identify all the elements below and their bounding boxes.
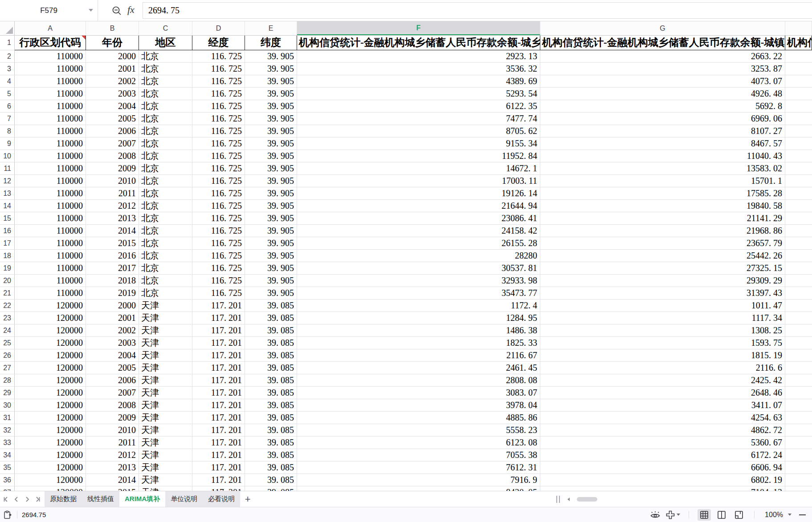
cell-deposit-urban[interactable]: 1011. 47 [540,299,785,312]
cell-deposit-urban[interactable]: 17585. 28 [540,187,785,200]
cell-region[interactable]: 天津 [139,474,192,486]
cell-h[interactable] [785,312,812,324]
cell-region-code[interactable]: 120000 [15,362,86,374]
cell-region-code[interactable]: 120000 [15,437,86,449]
cell-deposit-urban-rural[interactable]: 14672. 1 [297,162,540,175]
cell-h[interactable] [785,449,812,461]
cell-h[interactable] [785,287,812,299]
cell-deposit-urban[interactable]: 1308. 25 [540,324,785,337]
cell-year[interactable]: 2006 [86,125,139,138]
cell-c1[interactable]: 地区 [139,36,192,50]
row-number[interactable]: 37 [0,486,15,491]
cell-region-code[interactable]: 110000 [15,200,86,212]
cell-year[interactable]: 2010 [86,424,139,437]
cell-latitude[interactable]: 39. 085 [245,437,297,449]
next-sheet-icon[interactable] [23,495,31,503]
row-number[interactable]: 25 [0,337,15,349]
cell-deposit-urban-rural[interactable]: 5558. 23 [297,424,540,437]
tab-area-resize-handle[interactable] [556,496,560,503]
cell-e1[interactable]: 纬度 [245,36,297,50]
cell-region-code[interactable]: 110000 [15,125,86,138]
prev-sheet-icon[interactable] [12,495,20,503]
row-number[interactable]: 10 [0,150,15,162]
cell-year[interactable]: 2009 [86,412,139,424]
cell-region[interactable]: 天津 [139,299,192,312]
cell-year[interactable]: 2002 [86,75,139,88]
cell-year[interactable]: 2003 [86,88,139,100]
column-header-c[interactable]: C [139,21,192,35]
cell-latitude[interactable]: 39. 085 [245,337,297,349]
cell-longitude[interactable]: 116. 725 [192,187,245,200]
first-sheet-icon[interactable] [2,495,10,503]
cell-deposit-urban-rural[interactable]: 28280 [297,250,540,262]
row-number[interactable]: 12 [0,175,15,187]
column-header-d[interactable]: D [192,21,245,35]
cell-deposit-urban-rural[interactable]: 6122. 35 [297,100,540,113]
cell-year[interactable]: 2007 [86,387,139,399]
cell-region-code[interactable]: 120000 [15,299,86,312]
row-number[interactable]: 13 [0,187,15,200]
row-number[interactable]: 9 [0,138,15,150]
cell-longitude[interactable]: 117. 201 [192,474,245,486]
cell-longitude[interactable]: 116. 725 [192,275,245,287]
cell-region-code[interactable]: 120000 [15,474,86,486]
sheet-tab[interactable]: 原始数据 [45,491,82,507]
cell-region-code[interactable]: 110000 [15,225,86,237]
cell-region[interactable]: 天津 [139,461,192,474]
cell-longitude[interactable]: 117. 201 [192,437,245,449]
cell-f1[interactable]: 机构信贷统计-金融机构城乡储蓄人民币存款余额-城乡 [297,36,540,50]
eye-protect-icon[interactable] [649,510,661,520]
name-box[interactable]: F579 [0,0,98,21]
cell-latitude[interactable]: 39. 905 [245,88,297,100]
cell-deposit-urban[interactable]: 4862. 72 [540,424,785,437]
cell-year[interactable]: 2000 [86,299,139,312]
row-number[interactable]: 16 [0,225,15,237]
cell-deposit-urban[interactable]: 19840. 58 [540,200,785,212]
row-number[interactable]: 33 [0,437,15,449]
row-number[interactable]: 5 [0,88,15,100]
cell-latitude[interactable]: 39. 085 [245,474,297,486]
cell-latitude[interactable]: 39. 085 [245,461,297,474]
cell-deposit-urban-rural[interactable]: 1825. 33 [297,337,540,349]
zoom-level[interactable]: 100% [765,511,783,519]
column-header-h[interactable] [785,21,812,35]
cell-region[interactable]: 北京 [139,237,192,250]
cell-region-code[interactable]: 120000 [15,424,86,437]
cell-longitude[interactable]: 117. 201 [192,337,245,349]
cell-deposit-urban-rural[interactable]: 26155. 28 [297,237,540,250]
cell-h[interactable] [785,374,812,387]
cell-deposit-urban-rural[interactable]: 23086. 41 [297,212,540,225]
cell-region-code[interactable]: 120000 [15,399,86,412]
cell-deposit-urban-rural[interactable]: 1284. 95 [297,312,540,324]
row-number[interactable]: 21 [0,287,15,299]
cell-h[interactable] [785,237,812,250]
cell-deposit-urban-rural[interactable]: 9155. 34 [297,138,540,150]
cell-latitude[interactable]: 39. 085 [245,399,297,412]
cell-region-code[interactable]: 120000 [15,349,86,362]
cell-year[interactable]: 2011 [86,187,139,200]
cell-deposit-urban[interactable]: 1815. 19 [540,349,785,362]
cell-deposit-urban-rural[interactable]: 2461. 45 [297,362,540,374]
row-number[interactable]: 19 [0,262,15,275]
cell-region[interactable]: 天津 [139,362,192,374]
cell-longitude[interactable]: 116. 725 [192,75,245,88]
cell-region-code[interactable]: 120000 [15,387,86,399]
cell-region-code[interactable]: 110000 [15,150,86,162]
normal-view-button[interactable] [698,509,711,521]
cell-h[interactable] [785,50,812,63]
cell-region-code[interactable]: 120000 [15,312,86,324]
cell-deposit-urban[interactable]: 2648. 46 [540,387,785,399]
cell-longitude[interactable]: 116. 725 [192,237,245,250]
cell-latitude[interactable]: 39. 905 [245,225,297,237]
scrollbar-track[interactable] [571,497,812,502]
cell-deposit-urban-rural[interactable]: 30537. 81 [297,262,540,275]
cell-latitude[interactable]: 39. 905 [245,212,297,225]
row-number[interactable]: 36 [0,474,15,486]
cell-h[interactable] [785,337,812,349]
cell-latitude[interactable]: 39. 905 [245,75,297,88]
cell-region[interactable]: 北京 [139,50,192,63]
cell-h[interactable] [785,187,812,200]
cell-deposit-urban-rural[interactable]: 7916. 9 [297,474,540,486]
cell-h[interactable] [785,399,812,412]
row-number[interactable]: 15 [0,212,15,225]
